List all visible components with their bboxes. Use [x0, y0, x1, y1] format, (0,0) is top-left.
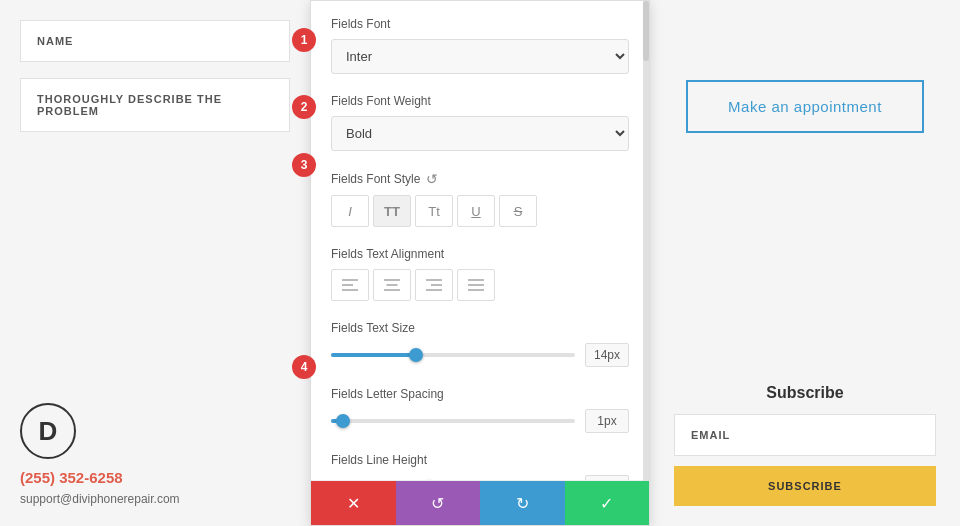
- uppercase-button[interactable]: TT: [373, 195, 411, 227]
- text-size-slider[interactable]: [331, 345, 575, 365]
- fields-font-weight-label: Fields Font Weight: [331, 94, 629, 108]
- fields-line-height-label: Fields Line Height: [331, 453, 629, 467]
- right-panel: Make an appointment Subscribe EMAIL SUBS…: [650, 0, 960, 526]
- name-label: NAME: [37, 35, 73, 47]
- svg-rect-6: [426, 279, 442, 281]
- fields-text-size-label: Fields Text Size: [331, 321, 629, 335]
- alignment-buttons: [331, 269, 629, 301]
- fields-text-alignment-group: Fields Text Alignment: [331, 247, 629, 301]
- step-badge-3: 3: [292, 153, 316, 177]
- phone-number: (255) 352-6258: [20, 469, 290, 486]
- text-size-slider-row: 14px: [331, 343, 629, 367]
- email-field-label[interactable]: EMAIL: [674, 414, 936, 456]
- settings-footer: ✕ ↺ ↻ ✓: [311, 480, 649, 525]
- align-center-button[interactable]: [373, 269, 411, 301]
- svg-rect-0: [342, 279, 358, 281]
- fields-font-style-label: Fields Font Style ↺: [331, 171, 629, 187]
- fields-font-label: Fields Font: [331, 17, 629, 31]
- align-left-button[interactable]: [331, 269, 369, 301]
- name-field[interactable]: NAME: [20, 20, 290, 62]
- font-style-reset-icon[interactable]: ↺: [426, 171, 438, 187]
- capitalize-button[interactable]: Tt: [415, 195, 453, 227]
- logo-area: D (255) 352-6258 support@diviphonerepair…: [20, 373, 290, 506]
- step-badge-2: 2: [292, 95, 316, 119]
- align-right-button[interactable]: [415, 269, 453, 301]
- step-badge-1: 1: [292, 28, 316, 52]
- align-justify-button[interactable]: [457, 269, 495, 301]
- description-field[interactable]: THOROUGHLY DESCRIBE THE PROBLEM: [20, 78, 290, 132]
- fields-line-height-group: Fields Line Height 1.7em: [331, 453, 629, 480]
- svg-rect-8: [426, 289, 442, 291]
- letter-spacing-slider[interactable]: [331, 411, 575, 431]
- svg-rect-11: [468, 289, 484, 291]
- fields-text-size-group: Fields Text Size 14px: [331, 321, 629, 367]
- fields-font-style-group: Fields Font Style ↺ I TT Tt U S: [331, 171, 629, 227]
- logo-icon: D: [20, 403, 76, 459]
- scroll-thumb[interactable]: [643, 1, 649, 61]
- fields-font-weight-select[interactable]: Thin Light Regular Bold Extra Bold: [331, 116, 629, 151]
- cancel-button[interactable]: ✕: [311, 481, 396, 525]
- svg-rect-3: [384, 279, 400, 281]
- svg-rect-10: [468, 284, 484, 286]
- redo-button[interactable]: ↻: [480, 481, 565, 525]
- fields-letter-spacing-label: Fields Letter Spacing: [331, 387, 629, 401]
- fields-font-weight-group: Fields Font Weight Thin Light Regular Bo…: [331, 94, 629, 151]
- svg-rect-7: [431, 284, 442, 286]
- subscribe-section: Subscribe EMAIL SUBSCRIBE: [674, 384, 936, 506]
- email-address: support@diviphonerepair.com: [20, 492, 290, 506]
- fields-text-alignment-label: Fields Text Alignment: [331, 247, 629, 261]
- subscribe-title: Subscribe: [674, 384, 936, 402]
- line-height-slider[interactable]: [331, 477, 575, 480]
- step-badge-4: 4: [292, 355, 316, 379]
- fields-letter-spacing-group: Fields Letter Spacing 1px: [331, 387, 629, 433]
- svg-rect-5: [384, 289, 400, 291]
- left-panel: NAME THOROUGHLY DESCRIBE THE PROBLEM D (…: [0, 0, 310, 526]
- text-size-value: 14px: [585, 343, 629, 367]
- underline-button[interactable]: U: [457, 195, 495, 227]
- settings-content: Fields Font Inter Roboto Open Sans Field…: [311, 1, 649, 480]
- appointment-button[interactable]: Make an appointment: [686, 80, 924, 133]
- reset-button[interactable]: ↺: [396, 481, 481, 525]
- svg-rect-4: [387, 284, 398, 286]
- strikethrough-button[interactable]: S: [499, 195, 537, 227]
- fields-font-group: Fields Font Inter Roboto Open Sans: [331, 17, 629, 74]
- italic-button[interactable]: I: [331, 195, 369, 227]
- confirm-button[interactable]: ✓: [565, 481, 650, 525]
- svg-rect-2: [342, 289, 358, 291]
- svg-rect-9: [468, 279, 484, 281]
- settings-panel: Fields Font Inter Roboto Open Sans Field…: [310, 0, 650, 526]
- font-style-buttons: I TT Tt U S: [331, 195, 629, 227]
- subscribe-button[interactable]: SUBSCRIBE: [674, 466, 936, 506]
- description-label: THOROUGHLY DESCRIBE THE PROBLEM: [37, 93, 222, 117]
- scrollbar[interactable]: [643, 1, 649, 481]
- letter-spacing-value: 1px: [585, 409, 629, 433]
- fields-font-select[interactable]: Inter Roboto Open Sans: [331, 39, 629, 74]
- svg-rect-1: [342, 284, 353, 286]
- letter-spacing-slider-row: 1px: [331, 409, 629, 433]
